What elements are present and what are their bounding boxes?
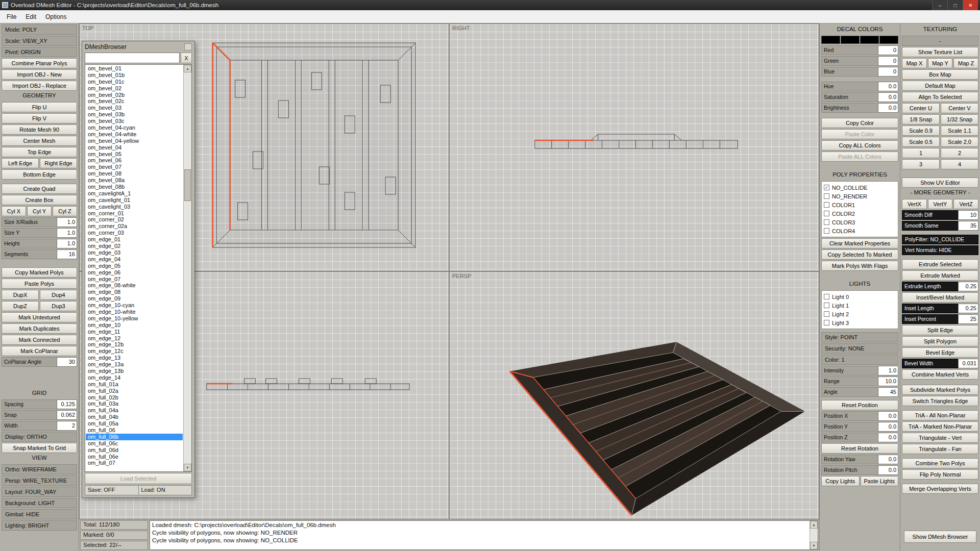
default-map-button[interactable]: Default Map — [902, 81, 978, 91]
list-item[interactable]: om_edge_12c — [86, 348, 183, 355]
flip-poly-normal-button[interactable]: Flip Poly Normal — [902, 469, 978, 480]
list-item[interactable]: om_corner_02a — [86, 223, 183, 230]
copy-marked-polys-button[interactable]: Copy Marked Polys — [2, 267, 77, 278]
box-map-button[interactable]: Box Map — [902, 69, 978, 80]
flip-v-button[interactable]: Flip V — [2, 113, 77, 123]
3-button[interactable]: 3 — [902, 159, 940, 169]
list-item[interactable]: om_edge_11 — [86, 329, 183, 335]
combine-planar-polys-button[interactable]: Combine Planar Polys — [2, 58, 77, 68]
list-item[interactable]: om_edge_12b — [86, 341, 183, 348]
right-edge-button[interactable]: Right Edge — [40, 158, 77, 168]
list-item[interactable]: om_full_04b — [86, 414, 183, 420]
list-item[interactable]: om_bevel_01b — [86, 72, 183, 79]
rotation-pitch-input[interactable]: 0.0 — [878, 465, 898, 475]
coplanar-angle-input[interactable]: 30 — [57, 357, 77, 367]
list-item[interactable]: om_edge_06 — [86, 269, 183, 276]
mark-coplanar-button[interactable]: Mark CoPlanar — [2, 346, 77, 356]
light-2-checkbox[interactable]: Light 2 — [824, 310, 896, 318]
no-render-checkbox[interactable]: NO_RENDER — [824, 192, 896, 201]
list-item[interactable]: om_cavelight_01 — [86, 197, 183, 204]
extrude-length-input[interactable]: 0.25 — [958, 282, 978, 291]
mark-duplicates-button[interactable]: Mark Duplicates — [2, 323, 77, 334]
angle-input[interactable]: 45 — [878, 387, 898, 397]
list-item[interactable]: om_edge_10-white — [86, 309, 183, 315]
list-item[interactable]: om_bevel_05 — [86, 151, 183, 158]
color-1-toggle[interactable]: Color: 1 — [821, 355, 898, 365]
snap-marked-to-grid-button[interactable]: Snap Marked To Grid — [2, 443, 77, 453]
merge-overlapping-verts-button[interactable]: Merge Overlapping Verts — [902, 484, 978, 494]
load-selected-button[interactable]: Load Selected — [85, 473, 192, 484]
gimbal-hide-toggle[interactable]: Gimbal: HIDE — [2, 509, 77, 519]
list-item[interactable]: om_edge_08 — [86, 289, 183, 295]
viewport-right[interactable]: RIGHT — [450, 24, 819, 271]
ortho-wireframe-toggle[interactable]: Ortho: WIREFRAME — [2, 464, 77, 474]
bevel-edge-button[interactable]: Bevel Edge — [902, 347, 978, 358]
minimize-button[interactable]: – — [932, 0, 947, 10]
extrude-marked-button[interactable]: Extrude Marked — [902, 270, 978, 281]
paste-polys-button[interactable]: Paste Polys — [2, 279, 77, 289]
color-swatch-2[interactable] — [860, 36, 879, 44]
brightness-input[interactable]: 0.0 — [878, 103, 898, 113]
light-3-checkbox[interactable]: Light 3 — [824, 318, 896, 327]
subdivide-marked-polys-button[interactable]: Subdivide Marked Polys — [902, 385, 978, 395]
maximize-button[interactable]: □ — [947, 0, 963, 10]
list-item[interactable]: om_bevel_03c — [86, 118, 183, 124]
copy-selected-to-marked-button[interactable]: Copy Selected To Marked — [821, 249, 898, 260]
vert-normals-hide-toggle[interactable]: Vert Normals: HIDE — [902, 245, 978, 255]
list-item[interactable]: om_edge_13a — [86, 361, 183, 368]
split-polygon-button[interactable]: Split Polygon — [902, 336, 978, 346]
list-item[interactable]: om_cavelight_03 — [86, 204, 183, 210]
1-32-snap-button[interactable]: 1/32 Snap — [941, 114, 978, 124]
create-box-button[interactable]: Create Box — [2, 195, 77, 205]
list-item[interactable]: om_bevel_02c — [86, 98, 183, 105]
dupz-button[interactable]: DupZ — [2, 301, 39, 311]
list-item[interactable]: om_full_05a — [86, 420, 183, 427]
saturation-input[interactable]: 0.0 — [878, 92, 898, 102]
list-item[interactable]: om_full_02a — [86, 388, 183, 394]
map-z-button[interactable]: Map Z — [953, 58, 978, 68]
menu-edit[interactable]: Edit — [21, 12, 41, 22]
list-item[interactable]: om_bevel_01c — [86, 79, 183, 85]
scroll-up-icon[interactable]: ▲ — [810, 521, 818, 529]
list-item[interactable]: om_bevel_08 — [86, 170, 183, 177]
color4-checkbox[interactable]: COLOR4 — [824, 227, 896, 235]
bottom-edge-button[interactable]: Bottom Edge — [2, 169, 77, 180]
list-item[interactable]: om_bevel_01 — [86, 65, 183, 72]
mark-polys-with-flags-button[interactable]: Mark Polys With Flags — [821, 261, 898, 271]
hue-input[interactable]: 0.0 — [878, 82, 898, 91]
inset-length-input[interactable]: 0.25 — [958, 304, 978, 313]
import-obj-new-button[interactable]: Import OBJ - New — [2, 69, 77, 80]
polyfilter-no-collide-toggle[interactable]: PolyFilter: NO_COLLIDE — [902, 235, 978, 244]
blank-toggle[interactable]: - — [902, 36, 978, 46]
save-state-toggle[interactable]: Save: OFF — [85, 486, 138, 495]
list-item[interactable]: om_bevel_03 — [86, 105, 183, 111]
style-point-toggle[interactable]: Style: POINT — [821, 332, 898, 342]
show-uv-editor-button[interactable]: Show UV Editor — [902, 178, 978, 188]
vertz-button[interactable]: VertZ — [953, 199, 978, 209]
center-u-button[interactable]: Center U — [902, 103, 940, 113]
switch-triangles-edge-button[interactable]: Switch Triangles Edge — [902, 396, 978, 406]
color-swatch-0[interactable] — [821, 36, 840, 44]
cyl-y-button[interactable]: Cyl Y — [27, 206, 52, 216]
tria-all-non-planar-button[interactable]: TriA - All Non-Planar — [902, 410, 978, 420]
list-item[interactable]: om_cavelightA_1 — [86, 190, 183, 197]
show-dmesh-browser-button[interactable]: Show DMesh Browser — [904, 531, 976, 543]
split-edge-button[interactable]: Split Edge — [902, 325, 978, 335]
position-y-input[interactable]: 0.0 — [878, 422, 898, 432]
position-x-input[interactable]: 0.0 — [878, 411, 898, 421]
center-mesh-button[interactable]: Center Mesh — [2, 136, 77, 146]
paste-lights-button[interactable]: Paste Lights — [861, 476, 899, 486]
list-item[interactable]: om_full_04a — [86, 407, 183, 414]
height-input[interactable]: 1.0 — [57, 239, 77, 248]
scale-2-0-button[interactable]: Scale 2.0 — [941, 137, 978, 147]
extrude-selected-button[interactable]: Extrude Selected — [902, 259, 978, 269]
list-item[interactable]: om_full_02b — [86, 394, 183, 401]
scroll-down-icon[interactable]: ▼ — [810, 542, 818, 549]
segments-input[interactable]: 16 — [57, 249, 77, 259]
snap-input[interactable]: 0.062 — [57, 410, 77, 420]
list-item[interactable]: om_full_01a — [86, 381, 183, 388]
reset-rotation-button[interactable]: Reset Rotation — [821, 443, 898, 454]
scrollbar-thumb[interactable] — [184, 169, 191, 201]
list-item[interactable]: om_edge_07 — [86, 276, 183, 283]
scale-0-9-button[interactable]: Scale 0.9 — [902, 126, 940, 136]
